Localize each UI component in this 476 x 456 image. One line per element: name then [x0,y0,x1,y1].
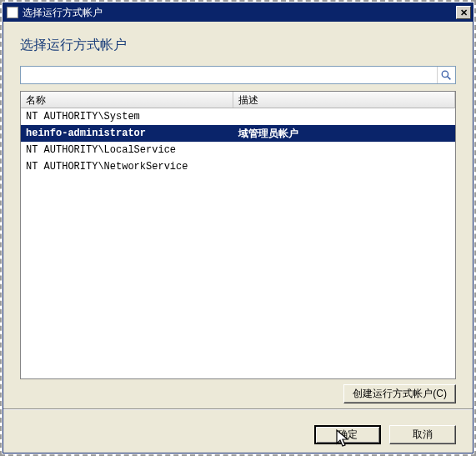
window-icon [7,7,18,18]
table-row[interactable]: NT AUTHORITY\System [21,108,455,125]
page-title: 选择运行方式帐户 [20,37,456,54]
table-row[interactable]: NT AUTHORITY\LocalService [21,142,455,158]
search-box [20,66,456,84]
cell-desc: 域管理员帐户 [233,127,455,141]
window-title: 选择运行方式帐户 [23,6,456,20]
dialog-body: 选择运行方式帐户 名称 描述 NT AUTHORITY\Systemheinfo… [3,22,473,417]
search-input[interactable] [21,67,437,83]
search-button[interactable] [437,67,455,83]
cancel-button[interactable]: 取消 [389,425,456,444]
table-row[interactable]: NT AUTHORITY\NetworkService [21,158,455,175]
svg-line-1 [448,76,451,79]
table-header: 名称 描述 [21,92,455,108]
column-name[interactable]: 名称 [21,92,233,108]
accounts-table: 名称 描述 NT AUTHORITY\Systemheinfo-administ… [20,91,456,379]
dialog-window: 选择运行方式帐户 ✕ 选择运行方式帐户 名称 描述 NT AUTHORITY\S… [3,3,473,453]
divider [3,408,473,410]
ok-button[interactable]: 确定 [314,425,381,444]
cell-name: heinfo-administrator [21,128,233,139]
table-body: NT AUTHORITY\Systemheinfo-administrator域… [21,108,455,378]
cell-name: NT AUTHORITY\System [21,111,233,123]
dialog-footer: 确定 取消 [3,417,473,453]
column-desc[interactable]: 描述 [233,92,455,108]
cell-name: NT AUTHORITY\LocalService [21,144,233,156]
create-account-button[interactable]: 创建运行方式帐户(C) [343,384,456,403]
table-row[interactable]: heinfo-administrator域管理员帐户 [21,125,455,142]
close-button[interactable]: ✕ [456,6,471,19]
titlebar: 选择运行方式帐户 ✕ [3,3,473,22]
search-icon [441,70,452,81]
create-row: 创建运行方式帐户(C) [20,379,456,405]
close-icon: ✕ [460,8,468,18]
cell-name: NT AUTHORITY\NetworkService [21,161,233,173]
svg-point-0 [442,71,448,77]
